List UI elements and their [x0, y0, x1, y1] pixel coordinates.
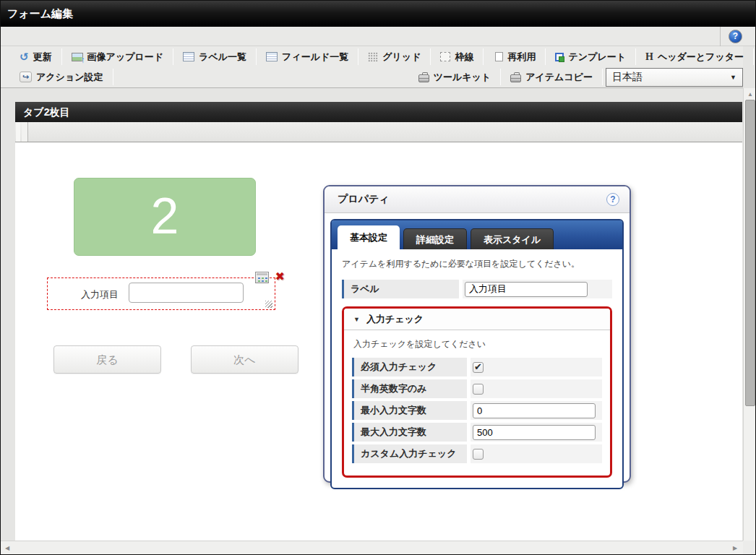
toolkit-button[interactable]: ツールキット	[410, 68, 500, 87]
properties-tab-bar: 基本設定 詳細設定 表示スタイル	[332, 220, 622, 249]
scrollbar-corner	[743, 541, 756, 555]
min-length-row: 最小入力文字数	[352, 401, 602, 420]
required-checkbox[interactable]: ✔	[473, 362, 484, 373]
horizontal-scrollbar[interactable]: ◀ ▶	[1, 541, 743, 555]
tab-detail-settings[interactable]: 詳細設定	[403, 228, 467, 249]
properties-tab-container: 基本設定 詳細設定 表示スタイル アイテムを利用するために必要な項目を設定してく…	[330, 219, 624, 489]
scroll-right-icon[interactable]: ▶	[730, 541, 740, 555]
item-copy-button[interactable]: アイテムコピー	[502, 68, 601, 87]
properties-tab-content: アイテムを利用するために必要な項目を設定してください。 ラベル ▼ 入力チェック	[332, 249, 622, 488]
tab-strip	[15, 122, 742, 142]
strip-divider	[720, 27, 721, 46]
toolbar-separator	[113, 69, 113, 85]
window-title: フォーム編集	[1, 7, 73, 21]
max-length-input[interactable]	[473, 425, 596, 440]
toolbar-row-1: ↺ 更新 ↑ 画像アップロード ラベル一覧 フィールド一覧 グリッド	[1, 47, 743, 66]
properties-title: プロパティ	[338, 193, 390, 206]
tab-section-header: タブ2枚目	[15, 102, 742, 122]
properties-instruction: アイテムを利用するために必要な項目を設定してください。	[342, 258, 612, 270]
toolbar-separator	[753, 48, 754, 65]
resize-handle[interactable]	[265, 301, 272, 308]
field-label: 入力項目	[81, 278, 119, 311]
min-length-input[interactable]	[473, 403, 596, 418]
toolbar-separator	[173, 48, 173, 65]
label-row-value-cell	[463, 280, 612, 298]
image-upload-icon: ↑	[72, 53, 83, 61]
chevron-down-icon: ▼	[730, 74, 736, 81]
refresh-icon: ↺	[20, 52, 29, 62]
toolbar-row-2: ↪ アクション設定 ツールキット アイテムコピー 日本語 ▼	[1, 67, 743, 87]
template-icon	[555, 53, 564, 61]
custom-check-row: カスタム入力チェック	[352, 444, 602, 463]
validation-section-header[interactable]: ▼ 入力チェック	[344, 309, 610, 330]
toolbar: ↺ 更新 ↑ 画像アップロード ラベル一覧 フィールド一覧 グリッド	[1, 46, 743, 88]
form-canvas: 2 入力項目 ✖ 戻る 次へ プロパティ ? 基本設定 詳細設定	[15, 142, 742, 541]
custom-check-checkbox[interactable]	[473, 449, 484, 460]
header-footer-icon: H	[645, 51, 653, 63]
grid-button[interactable]: グリッド	[359, 48, 429, 66]
toolbar-separator	[430, 48, 431, 65]
image-upload-button[interactable]: ↑ 画像アップロード	[63, 48, 173, 66]
label-row-name: ラベル	[342, 280, 459, 298]
action-arrow-icon: ↪	[20, 72, 32, 82]
toolbar-separator	[500, 69, 501, 85]
back-button[interactable]: 戻る	[53, 345, 161, 374]
selected-field-item[interactable]: 入力項目 ✖	[47, 278, 275, 310]
collapse-triangle-icon: ▼	[353, 316, 360, 323]
validation-rows: 必須入力チェック ✔ 半角英数字のみ	[344, 358, 610, 476]
validation-section-highlight: ▼ 入力チェック 入力チェックを設定してください 必須入力チェック ✔	[342, 306, 612, 478]
tab-strip-chip	[16, 122, 20, 142]
label-list-button[interactable]: ラベル一覧	[174, 48, 255, 66]
toolkit-briefcase-icon	[418, 74, 429, 82]
step-number-box[interactable]: 2	[74, 178, 256, 256]
action-settings-button[interactable]: ↪ アクション設定	[11, 68, 112, 87]
next-button[interactable]: 次へ	[191, 345, 298, 374]
tab-display-style[interactable]: 表示スタイル	[471, 228, 554, 249]
header-strip: ?	[1, 27, 755, 46]
toolbar-separator	[545, 48, 546, 65]
language-select-value: 日本語	[612, 71, 643, 84]
toolbar-separator	[635, 48, 636, 65]
max-length-row: 最大入力文字数	[352, 423, 602, 442]
vertical-scrollbar[interactable]: ▲ ▼	[743, 88, 756, 555]
toolbar-separator	[483, 48, 484, 65]
validation-instruction: 入力チェックを設定してください	[344, 330, 610, 358]
label-row: ラベル	[342, 280, 612, 298]
properties-panel-header: プロパティ ?	[325, 186, 630, 213]
validation-section-title: 入力チェック	[366, 313, 424, 326]
header-footer-button[interactable]: H ヘッダーとフッター	[637, 48, 752, 66]
field-list-icon	[266, 52, 278, 61]
properties-help-icon[interactable]: ?	[606, 193, 619, 206]
item-copy-briefcase-icon	[510, 74, 521, 82]
grid-icon	[368, 52, 378, 61]
label-list-icon	[183, 52, 194, 61]
toolbar-separator	[61, 48, 62, 65]
update-button[interactable]: ↺ 更新	[11, 48, 61, 66]
scroll-left-icon[interactable]: ◀	[2, 541, 12, 555]
dashed-border-icon	[440, 52, 450, 61]
tab-strip-chip	[22, 122, 28, 142]
field-list-button[interactable]: フィールド一覧	[257, 48, 357, 66]
field-text-input[interactable]	[129, 283, 244, 303]
reuse-button[interactable]: 再利用	[484, 48, 544, 66]
alphanumeric-checkbox[interactable]	[473, 384, 484, 395]
properties-panel: プロパティ ? 基本設定 詳細設定 表示スタイル アイテムを利用するために必要な…	[323, 185, 631, 483]
vertical-scrollbar-thumb[interactable]	[745, 100, 755, 406]
scroll-up-icon[interactable]: ▲	[744, 90, 756, 100]
template-button[interactable]: テンプレート	[546, 48, 635, 66]
form-edit-window: フォーム編集 ? ↺ 更新 ↑ 画像アップロード ラベル一覧 フィールド	[0, 0, 756, 555]
reuse-page-icon	[495, 52, 503, 61]
toolbar-separator	[256, 48, 257, 65]
language-select[interactable]: 日本語 ▼	[606, 68, 743, 87]
toolbar-separator	[602, 69, 603, 85]
delete-item-icon[interactable]: ✖	[275, 271, 285, 283]
border-button[interactable]: 枠線	[431, 48, 482, 66]
alphanumeric-check-row: 半角英数字のみ	[352, 379, 602, 398]
title-bar: フォーム編集	[1, 1, 755, 27]
label-value-input[interactable]	[465, 282, 588, 297]
item-settings-icon[interactable]	[255, 272, 269, 283]
toolbar-separator	[358, 48, 358, 65]
form-canvas-area: タブ2枚目 2 入力項目 ✖ 戻る 次へ プロパティ ?	[1, 88, 743, 541]
tab-basic-settings[interactable]: 基本設定	[338, 225, 400, 249]
help-icon[interactable]: ?	[729, 30, 742, 43]
